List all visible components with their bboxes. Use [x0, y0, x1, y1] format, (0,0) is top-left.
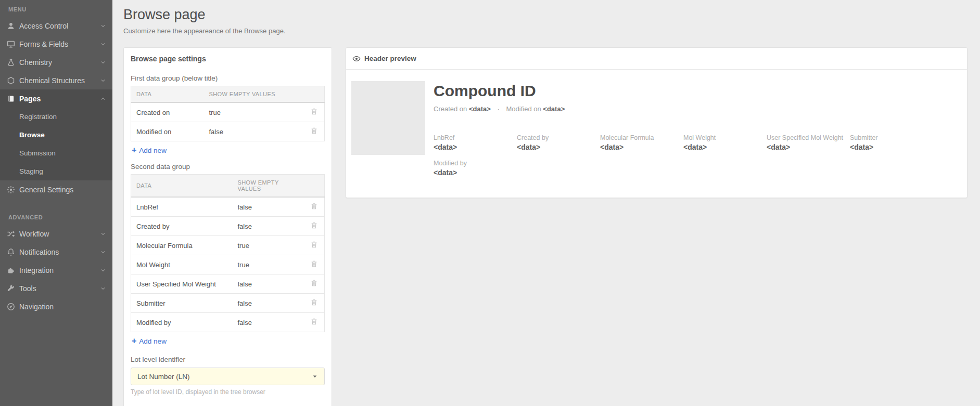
wrench-icon: [7, 284, 15, 293]
preview-field-created-by: Created by <data>: [517, 134, 595, 151]
delete-row-button[interactable]: [310, 108, 318, 115]
sidebar-item-access-control[interactable]: Access Control: [0, 17, 112, 35]
sidebar-group-pages: Pages Registration Browse Submission Sta…: [0, 89, 112, 180]
sidebar-item-general-settings[interactable]: General Settings: [0, 180, 112, 199]
sidebar-item-label: Workflow: [19, 230, 100, 238]
sidebar-item-label: Access Control: [19, 22, 100, 30]
data-cell: User Specified Mol Weight: [131, 274, 233, 294]
preview-field-modified-by: Modified by <data>: [434, 160, 512, 177]
modified-on-value: <data>: [543, 105, 565, 113]
book-icon: [7, 95, 15, 103]
sidebar-subitem-staging[interactable]: Staging: [0, 162, 112, 180]
sidebar-item-chemical-structures[interactable]: Chemical Structures: [0, 71, 112, 89]
bell-icon: [7, 248, 15, 256]
sidebar-item-label: Forms & Fields: [19, 40, 100, 48]
field-value: <data>: [434, 143, 512, 151]
show-empty-cell: true: [233, 236, 302, 255]
column-header-show-empty: SHOW EMPTY VALUES: [233, 175, 302, 198]
chevron-down-icon: [100, 59, 106, 66]
delete-row-button[interactable]: [310, 260, 318, 268]
sidebar-subitem-browse[interactable]: Browse: [0, 126, 112, 144]
sidebar-item-chemistry[interactable]: Chemistry: [0, 53, 112, 71]
sidebar-item-label: Pages: [19, 95, 100, 103]
puzzle-icon: [7, 266, 15, 274]
sidebar-subitem-submission[interactable]: Submission: [0, 144, 112, 162]
column-header-actions: [302, 175, 325, 198]
sidebar-item-label: Integration: [19, 266, 100, 274]
app-window: MENU Access Control Forms & Fields Chem: [0, 0, 980, 406]
lot-level-identifier-label: Lot level identifier: [131, 356, 325, 363]
delete-row-button[interactable]: [310, 298, 318, 306]
sidebar-item-workflow[interactable]: Workflow: [0, 225, 112, 243]
trash-icon: [310, 128, 318, 136]
monitor-icon: [7, 40, 15, 48]
trash-icon: [310, 109, 318, 117]
header-preview-card: Header preview Compound ID Created on <d…: [346, 47, 968, 198]
delete-row-button[interactable]: [310, 241, 318, 248]
chevron-down-icon: [100, 285, 106, 292]
preview-body: Compound ID Created on <data> · Modified…: [346, 70, 967, 198]
add-new-first-group-link[interactable]: + Add new: [132, 146, 167, 154]
caret-down-icon: [312, 373, 318, 379]
field-value: <data>: [600, 143, 678, 151]
menu-section-label: MENU: [0, 3, 112, 17]
sidebar: MENU Access Control Forms & Fields Chem: [0, 0, 112, 406]
lot-level-identifier-select[interactable]: Lot Number (LN): [131, 368, 325, 385]
data-cell: Modified on: [131, 122, 204, 141]
delete-row-button[interactable]: [310, 318, 318, 325]
delete-row-button[interactable]: [310, 202, 318, 210]
table-row: Created by false: [131, 217, 325, 236]
sidebar-item-navigation[interactable]: Navigation: [0, 297, 112, 316]
chevron-down-icon: [100, 267, 106, 273]
data-cell: Modified by: [131, 313, 233, 332]
table-row: LnbRef false: [131, 197, 325, 217]
sidebar-subitem-registration[interactable]: Registration: [0, 108, 112, 126]
sidebar-item-pages[interactable]: Pages: [0, 89, 112, 108]
modified-on-label: Modified on: [506, 105, 541, 113]
show-empty-cell: false: [233, 274, 302, 294]
trash-icon: [310, 319, 318, 327]
chevron-down-icon: [100, 23, 106, 29]
data-cell: Molecular Formula: [131, 236, 233, 255]
chevron-down-icon: [100, 41, 106, 47]
table-row: Created on true: [131, 102, 325, 122]
preview-field-user-specified-mol-weight: User Specified Mol Weight <data>: [767, 134, 845, 151]
plus-icon: +: [132, 337, 136, 345]
field-label: Created by: [517, 134, 595, 141]
sidebar-item-integration[interactable]: Integration: [0, 261, 112, 279]
preview-fields: LnbRef <data> Created by <data> Molecula…: [434, 134, 960, 177]
delete-row-button[interactable]: [310, 127, 318, 135]
settings-card-title: Browse page settings: [131, 55, 325, 63]
lot-level-identifier-value: Lot Number (LN): [137, 373, 190, 381]
delete-row-button[interactable]: [310, 279, 318, 287]
chevron-down-icon: [100, 231, 106, 237]
field-label: LnbRef: [434, 134, 512, 141]
table-row: User Specified Mol Weight false: [131, 274, 325, 294]
created-modified-meta: Created on <data> · Modified on <data>: [434, 105, 960, 113]
sidebar-item-notifications[interactable]: Notifications: [0, 243, 112, 261]
eye-icon: [352, 55, 361, 63]
sidebar-item-forms-fields[interactable]: Forms & Fields: [0, 35, 112, 53]
main-content: Browse page Customize here the appearean…: [112, 0, 980, 406]
second-data-group-label: Second data group: [131, 163, 325, 171]
sidebar-item-tools[interactable]: Tools: [0, 279, 112, 297]
plus-icon: +: [132, 146, 136, 154]
structure-image-placeholder: [351, 81, 425, 155]
show-empty-cell: true: [233, 255, 302, 274]
table-row: Modified on false: [131, 122, 325, 141]
preview-main: Compound ID Created on <data> · Modified…: [434, 81, 960, 177]
delete-row-button[interactable]: [310, 221, 318, 229]
show-empty-cell: false: [204, 122, 302, 141]
first-data-group-label: First data group (below title): [131, 74, 325, 82]
table-row: Submitter false: [131, 294, 325, 313]
field-value: <data>: [850, 143, 928, 151]
show-empty-cell: false: [233, 294, 302, 313]
data-cell: Created on: [131, 102, 204, 122]
table-row: Modified by false: [131, 313, 325, 332]
add-new-second-group-link[interactable]: + Add new: [132, 337, 167, 345]
field-label: Mol Weight: [683, 134, 761, 141]
created-on-value: <data>: [469, 105, 491, 113]
field-label: Submitter: [850, 134, 928, 141]
advanced-section-label: ADVANCED: [0, 211, 112, 225]
compass-icon: [7, 303, 15, 311]
